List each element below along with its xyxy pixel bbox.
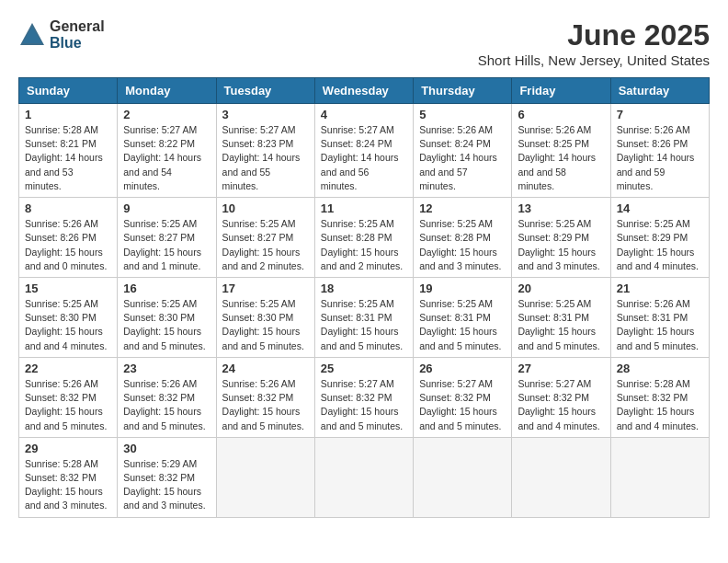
- day-info: Sunrise: 5:25 AMSunset: 8:30 PMDaylight:…: [222, 297, 309, 353]
- calendar-cell: 23Sunrise: 5:26 AMSunset: 8:32 PMDayligh…: [118, 357, 216, 437]
- minutes-text: and and 58 minutes.: [518, 167, 566, 191]
- day-info: Sunrise: 5:25 AMSunset: 8:31 PMDaylight:…: [518, 297, 604, 353]
- calendar-cell: 9Sunrise: 5:25 AMSunset: 8:27 PMDaylight…: [118, 198, 216, 278]
- minutes-text: and and 3 minutes.: [25, 500, 107, 511]
- day-info: Sunrise: 5:28 AMSunset: 8:32 PMDaylight:…: [617, 377, 703, 433]
- calendar-cell: 24Sunrise: 5:26 AMSunset: 8:32 PMDayligh…: [216, 357, 314, 437]
- header-monday: Monday: [118, 78, 216, 104]
- minutes-text: and and 53 minutes.: [25, 167, 74, 191]
- day-number: 18: [321, 282, 407, 295]
- sunset-text: Sunset: 8:31 PM: [617, 312, 688, 323]
- header-friday: Friday: [512, 78, 610, 104]
- calendar-cell: 28Sunrise: 5:28 AMSunset: 8:32 PMDayligh…: [610, 357, 709, 437]
- sunrise-text: Sunrise: 5:25 AM: [617, 218, 690, 229]
- day-number: 11: [321, 201, 407, 215]
- day-info: Sunrise: 5:29 AMSunset: 8:32 PMDaylight:…: [123, 457, 210, 513]
- day-number: 4: [321, 108, 407, 121]
- day-info: Sunrise: 5:25 AMSunset: 8:31 PMDaylight:…: [321, 297, 407, 353]
- calendar-cell: 8Sunrise: 5:26 AMSunset: 8:26 PMDaylight…: [19, 198, 118, 278]
- calendar-cell: [610, 437, 709, 517]
- daylight-text: Daylight: 15 hours: [321, 326, 399, 337]
- calendar-cell: 3Sunrise: 5:27 AMSunset: 8:23 PMDaylight…: [216, 104, 314, 198]
- daylight-text: Daylight: 14 hours: [419, 152, 497, 163]
- calendar-week-row: 29Sunrise: 5:28 AMSunset: 8:32 PMDayligh…: [19, 437, 710, 517]
- calendar-cell: 4Sunrise: 5:27 AMSunset: 8:24 PMDaylight…: [314, 104, 413, 198]
- daylight-text: Daylight: 15 hours: [617, 406, 695, 417]
- calendar-cell: 13Sunrise: 5:25 AMSunset: 8:29 PMDayligh…: [512, 198, 610, 278]
- minutes-text: and and 5 minutes.: [123, 420, 205, 431]
- month-title: June 2025: [478, 18, 710, 52]
- calendar-cell: 26Sunrise: 5:27 AMSunset: 8:32 PMDayligh…: [414, 357, 512, 437]
- sunrise-text: Sunrise: 5:25 AM: [123, 298, 197, 309]
- sunset-text: Sunset: 8:32 PM: [419, 392, 491, 403]
- header-thursday: Thursday: [414, 78, 512, 104]
- minutes-text: and and 5 minutes.: [419, 340, 501, 351]
- day-number: 7: [617, 108, 703, 121]
- sunset-text: Sunset: 8:32 PM: [617, 392, 688, 403]
- daylight-text: Daylight: 15 hours: [518, 247, 596, 258]
- sunrise-text: Sunrise: 5:27 AM: [222, 124, 296, 135]
- minutes-text: and and 5 minutes.: [617, 340, 699, 351]
- sunset-text: Sunset: 8:25 PM: [518, 138, 589, 149]
- calendar-header-row: Sunday Monday Tuesday Wednesday Thursday…: [19, 78, 710, 104]
- day-info: Sunrise: 5:25 AMSunset: 8:28 PMDaylight:…: [321, 217, 407, 273]
- header-wednesday: Wednesday: [314, 78, 413, 104]
- minutes-text: and and 4 minutes.: [25, 340, 107, 351]
- calendar-cell: 22Sunrise: 5:26 AMSunset: 8:32 PMDayligh…: [19, 357, 118, 437]
- minutes-text: and and 5 minutes.: [419, 420, 501, 431]
- calendar-cell: 5Sunrise: 5:26 AMSunset: 8:24 PMDaylight…: [414, 104, 512, 198]
- sunset-text: Sunset: 8:24 PM: [419, 138, 491, 149]
- day-info: Sunrise: 5:26 AMSunset: 8:32 PMDaylight:…: [25, 377, 111, 433]
- sunset-text: Sunset: 8:21 PM: [25, 138, 97, 149]
- minutes-text: and and 56 minutes.: [321, 167, 370, 191]
- location-text: Short Hills, New Jersey, United States: [478, 52, 710, 68]
- calendar-cell: 18Sunrise: 5:25 AMSunset: 8:31 PMDayligh…: [314, 277, 413, 357]
- minutes-text: and and 5 minutes.: [222, 420, 304, 431]
- sunset-text: Sunset: 8:30 PM: [222, 312, 294, 323]
- day-info: Sunrise: 5:27 AMSunset: 8:22 PMDaylight:…: [123, 123, 210, 193]
- svg-marker-1: [22, 27, 42, 43]
- calendar-cell: [216, 437, 314, 517]
- minutes-text: and and 5 minutes.: [518, 340, 599, 351]
- calendar-cell: [414, 437, 512, 517]
- day-info: Sunrise: 5:26 AMSunset: 8:31 PMDaylight:…: [617, 297, 703, 353]
- logo: General Blue: [18, 18, 105, 51]
- day-number: 3: [222, 108, 309, 121]
- day-info: Sunrise: 5:25 AMSunset: 8:29 PMDaylight:…: [617, 217, 703, 273]
- day-number: 19: [419, 282, 506, 295]
- sunrise-text: Sunrise: 5:28 AM: [25, 124, 98, 135]
- day-number: 13: [518, 201, 604, 215]
- minutes-text: and and 57 minutes.: [419, 167, 468, 191]
- calendar-cell: 16Sunrise: 5:25 AMSunset: 8:30 PMDayligh…: [118, 277, 216, 357]
- minutes-text: and and 5 minutes.: [321, 420, 403, 431]
- sunrise-text: Sunrise: 5:29 AM: [123, 458, 197, 469]
- sunrise-text: Sunrise: 5:28 AM: [617, 378, 690, 389]
- minutes-text: and and 5 minutes.: [25, 420, 107, 431]
- sunrise-text: Sunrise: 5:27 AM: [321, 378, 394, 389]
- daylight-text: Daylight: 15 hours: [617, 247, 695, 258]
- daylight-text: Daylight: 15 hours: [25, 486, 103, 497]
- daylight-text: Daylight: 14 hours: [617, 152, 695, 163]
- day-info: Sunrise: 5:28 AMSunset: 8:21 PMDaylight:…: [25, 123, 111, 193]
- day-info: Sunrise: 5:26 AMSunset: 8:26 PMDaylight:…: [617, 123, 703, 193]
- sunrise-text: Sunrise: 5:26 AM: [518, 124, 591, 135]
- minutes-text: and and 4 minutes.: [617, 260, 699, 271]
- day-number: 28: [617, 362, 703, 375]
- sunset-text: Sunset: 8:32 PM: [25, 392, 97, 403]
- day-info: Sunrise: 5:26 AMSunset: 8:25 PMDaylight:…: [518, 123, 604, 193]
- minutes-text: and and 3 minutes.: [123, 500, 205, 511]
- day-number: 2: [123, 108, 210, 121]
- sunset-text: Sunset: 8:32 PM: [321, 392, 392, 403]
- minutes-text: and and 4 minutes.: [617, 420, 699, 431]
- sunrise-text: Sunrise: 5:26 AM: [123, 378, 197, 389]
- daylight-text: Daylight: 15 hours: [518, 326, 596, 337]
- calendar-cell: 11Sunrise: 5:25 AMSunset: 8:28 PMDayligh…: [314, 198, 413, 278]
- sunrise-text: Sunrise: 5:26 AM: [419, 124, 493, 135]
- calendar-cell: 15Sunrise: 5:25 AMSunset: 8:30 PMDayligh…: [19, 277, 118, 357]
- day-number: 27: [518, 362, 604, 375]
- sunrise-text: Sunrise: 5:25 AM: [25, 298, 98, 309]
- calendar-table: Sunday Monday Tuesday Wednesday Thursday…: [18, 77, 710, 518]
- day-number: 22: [25, 362, 111, 375]
- calendar-cell: 14Sunrise: 5:25 AMSunset: 8:29 PMDayligh…: [610, 198, 709, 278]
- sunset-text: Sunset: 8:28 PM: [321, 232, 392, 243]
